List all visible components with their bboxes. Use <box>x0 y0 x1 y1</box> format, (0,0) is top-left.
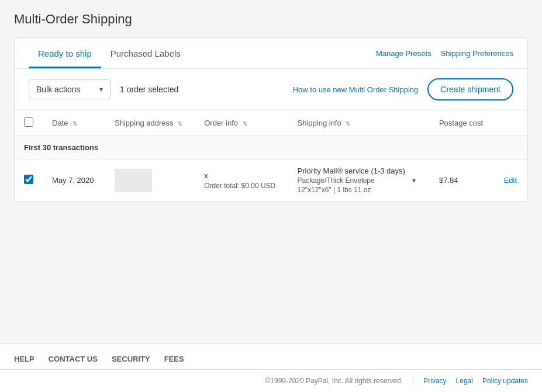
col-order-info: Order info ⇅ <box>195 110 288 136</box>
how-to-link[interactable]: How to use new Multi Order Shipping <box>293 85 419 94</box>
footer: HELP CONTACT US SECURITY FEES ©1999-2020… <box>0 344 542 392</box>
shipping-info-inner: Priority Mail® service (1-3 days) Packag… <box>298 166 420 194</box>
tab-purchased-labels[interactable]: Purchased Labels <box>101 38 190 68</box>
col-shipping-info: Shipping info ⇅ <box>288 110 430 136</box>
table-row: May 7, 2020 x Order total: $0.00 USD Pri… <box>15 159 527 202</box>
row-checkbox[interactable] <box>24 175 33 184</box>
legal-link[interactable]: Legal <box>456 377 473 385</box>
page-title: Multi-Order Shipping <box>14 12 528 27</box>
tabs-left: Ready to ship Purchased Labels <box>29 38 190 68</box>
col-postage-cost: Postage cost <box>430 110 495 136</box>
chevron-down-icon: ▾ <box>99 85 103 93</box>
row-checkbox-cell <box>15 159 43 202</box>
row-postage-cost: $7.84 <box>430 159 495 202</box>
order-selected-count: 1 order selected <box>120 85 178 94</box>
row-address <box>105 159 195 202</box>
shipping-dimensions: 12"x12"x6" | 1 lbs 11 oz <box>298 186 405 194</box>
table-header: Date ⇅ Shipping address ⇅ Order info ⇅ <box>15 110 527 136</box>
select-all-checkbox[interactable] <box>24 117 33 127</box>
sort-icon-shipping: ⇅ <box>346 120 350 127</box>
select-all-header <box>15 110 43 136</box>
col-shipping-address: Shipping address ⇅ <box>105 110 195 136</box>
shipping-package: Package/Thick Envelope <box>298 176 405 185</box>
bulk-actions-dropdown[interactable]: Bulk actions ▾ <box>29 79 111 99</box>
chevron-down-icon[interactable]: ▾ <box>412 176 416 185</box>
order-total: Order total: $0.00 USD <box>204 182 278 190</box>
page-wrapper: Multi-Order Shipping Ready to ship Purch… <box>0 0 542 392</box>
main-card: Ready to ship Purchased Labels Manage Pr… <box>14 37 528 202</box>
orders-table: Date ⇅ Shipping address ⇅ Order info ⇅ <box>15 110 527 202</box>
tabs-right: Manage Presets Shipping Preferences <box>376 49 513 58</box>
footer-link-security[interactable]: SECURITY <box>112 355 150 363</box>
toolbar: Bulk actions ▾ 1 order selected How to u… <box>15 69 527 110</box>
postage-cost-value: $7.84 <box>439 176 458 185</box>
row-shipping-info: Priority Mail® service (1-3 days) Packag… <box>288 159 430 202</box>
row-edit-cell: Edit <box>495 159 527 202</box>
order-ref: x <box>204 171 278 180</box>
sort-icon-order: ⇅ <box>243 120 247 127</box>
policy-updates-link[interactable]: Policy updates <box>482 377 528 385</box>
copyright-text: ©1999-2020 PayPal, Inc. All rights reser… <box>265 377 403 385</box>
footer-link-help[interactable]: HELP <box>14 355 34 363</box>
privacy-link[interactable]: Privacy <box>423 377 446 385</box>
shipping-info-details: Priority Mail® service (1-3 days) Packag… <box>298 166 405 194</box>
row-date: May 7, 2020 <box>43 159 105 202</box>
col-date: Date ⇅ <box>43 110 105 136</box>
shipping-preferences-link[interactable]: Shipping Preferences <box>441 49 513 58</box>
separator: | <box>412 377 414 385</box>
tab-ready-to-ship[interactable]: Ready to ship <box>29 38 101 68</box>
row-order-info: x Order total: $0.00 USD <box>195 159 288 202</box>
main-content: Multi-Order Shipping Ready to ship Purch… <box>0 0 542 344</box>
group-label-row: First 30 transactions <box>15 136 527 159</box>
shipping-service: Priority Mail® service (1-3 days) <box>298 166 405 175</box>
address-placeholder <box>115 169 152 192</box>
group-label: First 30 transactions <box>15 136 527 159</box>
edit-link[interactable]: Edit <box>504 176 517 185</box>
tabs-row: Ready to ship Purchased Labels Manage Pr… <box>15 38 527 69</box>
footer-copyright: ©1999-2020 PayPal, Inc. All rights reser… <box>0 369 542 392</box>
sort-icon-address: ⇅ <box>178 120 182 127</box>
footer-link-contact[interactable]: CONTACT US <box>49 355 98 363</box>
col-actions <box>495 110 527 136</box>
table-body: First 30 transactions May 7, 2020 x Orde… <box>15 136 527 202</box>
create-shipment-button[interactable]: Create shipment <box>427 78 513 100</box>
manage-presets-link[interactable]: Manage Presets <box>376 49 431 58</box>
bulk-actions-label: Bulk actions <box>36 85 80 94</box>
footer-link-fees[interactable]: FEES <box>164 355 184 363</box>
footer-links: HELP CONTACT US SECURITY FEES <box>0 344 542 369</box>
sort-icon-date: ⇅ <box>73 120 77 127</box>
